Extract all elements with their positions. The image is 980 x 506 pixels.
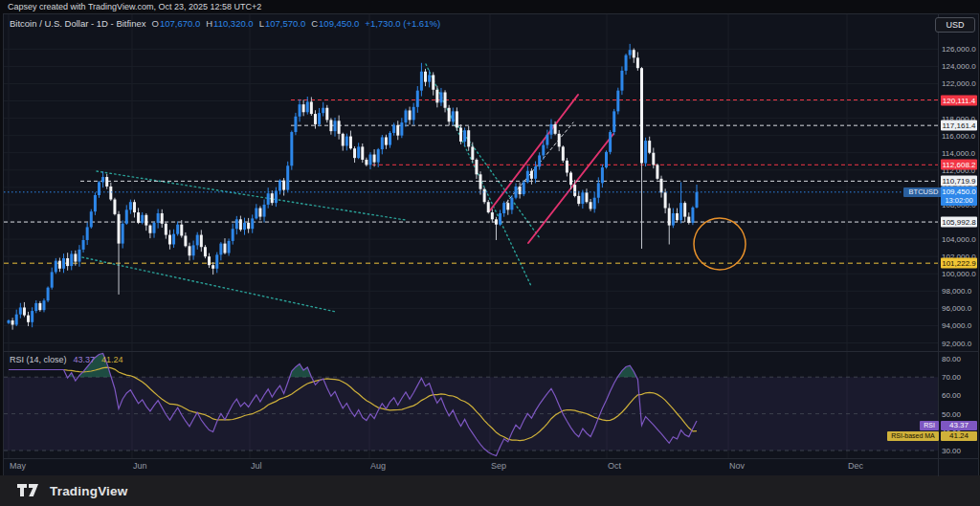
symbol-legend: Bitcoin / U.S. Dollar - 1D - Bitfinex O1…	[10, 18, 440, 29]
currency-toggle-button[interactable]: USD	[935, 17, 975, 33]
time-axis[interactable]	[4, 458, 938, 476]
tradingview-logo-icon[interactable]	[17, 484, 42, 498]
main-price-pane[interactable]	[4, 14, 938, 351]
symbol-title: Bitcoin / U.S. Dollar - 1D - Bitfinex	[10, 18, 146, 29]
ohlc-close: C109,450.0	[311, 18, 359, 29]
price-change: +1,730.0 (+1.61%)	[365, 18, 440, 29]
attribution-bar: Capsey created with TradingView.com, Oct…	[0, 0, 980, 13]
attribution-text: Capsey created with TradingView.com, Oct…	[8, 2, 261, 11]
rsi-legend: RSI (14, close) 43.37 41.24	[10, 355, 123, 364]
rsi-pane[interactable]	[4, 352, 938, 458]
tradingview-brand[interactable]: TradingView	[50, 484, 127, 498]
footer-bar: TradingView	[0, 475, 980, 506]
rsi-title: RSI (14, close)	[10, 355, 67, 364]
price-axis[interactable]	[938, 14, 978, 458]
chart-widget: 92,000.094,000.096,000.098,000.0100,000.…	[3, 13, 979, 477]
rsi-value: 43.37	[74, 355, 96, 364]
ohlc-high: H110,320.0	[206, 18, 253, 29]
ohlc-open: O107,670.0	[152, 18, 201, 29]
ohlc-low: L107,570.0	[259, 18, 306, 29]
rsi-ma-value: 41.24	[101, 355, 123, 364]
